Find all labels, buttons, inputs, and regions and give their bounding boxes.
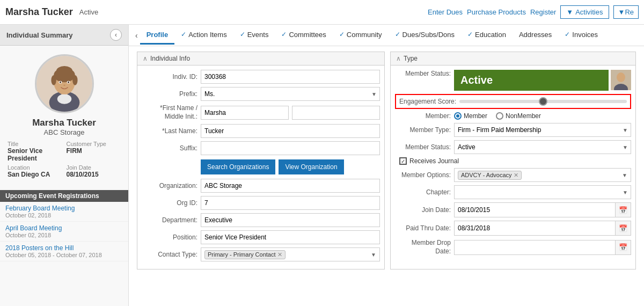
member-options-tag: ADVCY - Advocacy ✕: [458, 171, 522, 180]
member-status2-select[interactable]: Active: [454, 140, 631, 154]
chapter-label: Chapter:: [395, 188, 454, 196]
individual-info-header: ∧ Individual Info: [137, 52, 384, 65]
paid-thru-wrapper: 📅: [454, 221, 631, 236]
indiv-id-input[interactable]: [201, 70, 380, 84]
customer-type-label: Customer Type: [67, 141, 121, 147]
org-id-input[interactable]: [201, 196, 380, 210]
event-name[interactable]: 2018 Posters on the Hill: [5, 244, 123, 252]
join-date-value: 08/10/2015: [67, 171, 121, 178]
tab-prev-button[interactable]: ‹: [133, 31, 140, 40]
member-type-select-wrapper: Firm - Firm Paid Membership ▼: [454, 123, 631, 137]
tag-remove-icon[interactable]: ✕: [514, 172, 518, 179]
chapter-select[interactable]: [454, 185, 631, 199]
individual-info-panel: ∧ Individual Info Indiv. ID: Prefix: Ms.: [137, 52, 385, 269]
slider-track: [459, 100, 627, 103]
profile-name: Marsha Tucker: [32, 118, 96, 128]
tab-bar: ‹ Profile ✓ Action Items ✓ Events ✓ Comm…: [129, 25, 644, 46]
svg-point-11: [60, 81, 61, 83]
suffix-row: Suffix:: [142, 141, 380, 155]
view-organization-button[interactable]: View Organization: [279, 159, 343, 174]
collapse-icon[interactable]: ∧: [396, 55, 401, 62]
calendar-icon[interactable]: 📅: [615, 203, 631, 217]
department-label: Department:: [142, 216, 201, 224]
profile-section: Marsha Tucker ABC Storage Title Senior V…: [0, 46, 128, 188]
type-panel-title: Type: [404, 55, 418, 62]
radio-circle-member: [454, 112, 462, 120]
first-name-label: *First Name / Middle Init.:: [142, 104, 201, 121]
member-status-row: Member Status: Active: [395, 70, 631, 91]
sidebar-nav-button[interactable]: ‹: [110, 29, 122, 41]
main-layout: Individual Summary ‹: [0, 25, 644, 306]
sidebar-title: Individual Summary: [6, 31, 73, 39]
department-input[interactable]: [201, 213, 380, 227]
event-name[interactable]: April Board Meeting: [5, 224, 123, 232]
event-date: October 05, 2018 - October 07, 2018: [5, 252, 123, 258]
member-radio-group: Member NonMember: [454, 112, 631, 120]
tab-committees[interactable]: ✓ Committees: [275, 26, 332, 45]
dropdown-arrow-icon2: ▼: [618, 8, 625, 16]
middle-init-input[interactable]: [292, 106, 380, 120]
prefix-label: Prefix:: [142, 90, 201, 98]
contact-type-tag-input[interactable]: Primary - Primary Contact ✕ ▼: [201, 247, 380, 261]
paid-thru-label: Paid Thru Date:: [395, 224, 454, 232]
indiv-id-label: Indiv. ID:: [142, 73, 201, 81]
organization-input[interactable]: [201, 179, 380, 193]
register-link[interactable]: Register: [530, 8, 556, 16]
member-options-row: Member Options: ADVCY - Advocacy ✕ ▼: [395, 168, 631, 182]
member-status2-label: Member Status:: [395, 143, 454, 151]
member-drop-row: Member Drop Date: 📅: [395, 239, 631, 256]
tab-invoices[interactable]: ✓ Invoices: [558, 26, 604, 45]
calendar-icon[interactable]: 📅: [615, 221, 631, 235]
member-status-label: Member Status:: [395, 70, 454, 91]
svg-point-6: [56, 66, 72, 76]
svg-point-12: [68, 81, 69, 83]
individual-info-body: Indiv. ID: Prefix: Ms. Mr. Dr. ▼: [137, 65, 384, 269]
paid-thru-input[interactable]: [455, 221, 615, 235]
tag-remove-icon[interactable]: ✕: [277, 251, 282, 258]
member-radio-option[interactable]: Member: [454, 112, 487, 120]
tab-events[interactable]: ✓ Events: [233, 26, 275, 45]
calendar-icon[interactable]: 📅: [615, 241, 631, 254]
search-organizations-button[interactable]: Search Organizations: [201, 159, 275, 174]
org-id-row: Org ID:: [142, 196, 380, 210]
event-name[interactable]: February Board Meeting: [5, 205, 123, 212]
first-name-input[interactable]: [201, 106, 289, 120]
tab-action-items[interactable]: ✓ Action Items: [174, 26, 233, 45]
member-status-bar: Active: [454, 70, 609, 91]
activities-button[interactable]: ▼ Activities: [560, 5, 609, 19]
join-date-label: Join Date:: [395, 206, 454, 214]
non-member-radio-option[interactable]: NonMember: [496, 112, 541, 120]
suffix-label: Suffix:: [142, 144, 201, 152]
receives-journal-checkbox[interactable]: Receives Journal: [399, 157, 459, 165]
slider-thumb[interactable]: [539, 97, 547, 106]
purchase-products-link[interactable]: Purchase Products: [467, 8, 526, 16]
member-radio-row: Member: Member NonMember: [395, 112, 631, 120]
location-value: San Diego CA: [8, 171, 62, 178]
events-list: February Board Meeting October 02, 2018 …: [0, 202, 128, 261]
chevron-down-icon[interactable]: ▼: [371, 252, 376, 258]
tab-education[interactable]: ✓ Education: [461, 26, 513, 45]
receives-journal-label: Receives Journal: [409, 157, 459, 165]
tab-community[interactable]: ✓ Community: [333, 26, 389, 45]
member-options-label: Member Options:: [395, 171, 454, 179]
type-panel-header: ∧ Type: [391, 52, 635, 65]
position-input[interactable]: [201, 230, 380, 244]
svg-point-7: [51, 75, 56, 85]
re-button[interactable]: ▼ Re: [613, 5, 639, 19]
last-name-input[interactable]: [201, 124, 380, 138]
member-options-tag-input[interactable]: ADVCY - Advocacy ✕ ▼: [454, 168, 631, 182]
tab-profile[interactable]: Profile: [140, 26, 174, 45]
engagement-slider[interactable]: [459, 97, 627, 106]
svg-point-13: [63, 84, 65, 86]
tab-dues[interactable]: ✓ Dues/Subs/Dons: [389, 26, 462, 45]
suffix-input[interactable]: [201, 141, 380, 155]
member-drop-input[interactable]: [455, 241, 615, 254]
member-avatar: [611, 70, 631, 90]
tab-addresses[interactable]: Addresses: [513, 26, 558, 45]
member-type-select[interactable]: Firm - Firm Paid Membership: [454, 123, 631, 137]
collapse-icon[interactable]: ∧: [143, 55, 148, 62]
join-date-input[interactable]: [455, 203, 615, 217]
enter-dues-link[interactable]: Enter Dues: [428, 8, 463, 16]
prefix-select[interactable]: Ms. Mr. Dr.: [201, 87, 380, 101]
chevron-down-icon[interactable]: ▼: [622, 172, 627, 178]
